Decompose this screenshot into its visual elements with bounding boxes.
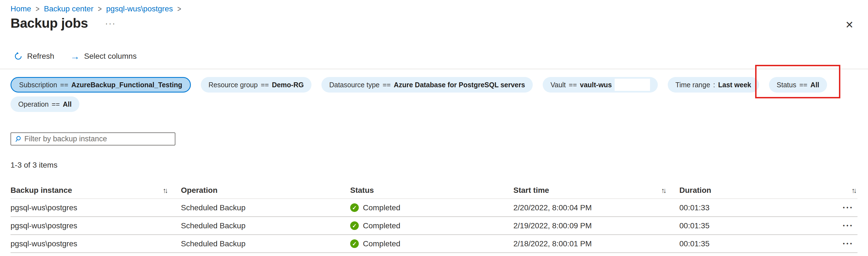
filter-pill-operation[interactable]: Operation == All [10,96,80,112]
status-label: Completed [363,239,400,248]
filter-pill-resource-group[interactable]: Resource group == Demo-RG [201,77,311,92]
pill-label: Status [777,81,796,89]
table-row[interactable]: pgsql-wus\postgres Scheduled Backup ✓ Co… [10,235,858,253]
refresh-label: Refresh [27,52,54,61]
sort-icon[interactable]: ↑↓ [661,186,665,195]
cell-operation: Scheduled Backup [181,239,350,248]
cell-status: ✓ Completed [350,239,514,248]
pill-label: Datasource type [329,81,379,89]
pill-label: Vault [551,81,566,89]
search-icon [14,136,22,143]
status-pill-wrapper: Status == All [769,77,827,92]
breadcrumb: Home > Backup center > pgsql-wus\postgre… [10,4,186,13]
page-title: Backup jobs [10,16,88,31]
pill-operator: == [569,81,577,89]
pill-operator: == [52,100,60,108]
completed-icon: ✓ [350,239,359,248]
column-label: Start time [514,186,549,195]
column-label: Duration [679,186,711,195]
cell-backup-instance: pgsql-wus\postgres [10,221,181,230]
cell-backup-instance: pgsql-wus\postgres [10,239,181,248]
pill-value: All [63,100,72,108]
breadcrumb-home[interactable]: Home [10,4,31,13]
filter-row-1: Subscription == AzureBackup_Functional_T… [10,77,860,92]
filter-bar: Subscription == AzureBackup_Functional_T… [10,77,860,112]
column-header-start-time[interactable]: Start time ↑↓ [514,186,679,195]
filter-pill-datasource-type[interactable]: Datasource type == Azure Database for Po… [321,77,533,92]
cell-operation: Scheduled Backup [181,203,350,212]
filter-pill-subscription[interactable]: Subscription == AzureBackup_Functional_T… [10,77,191,92]
completed-icon: ✓ [350,203,359,212]
status-label: Completed [363,221,400,230]
sort-icon[interactable]: ↑↓ [851,186,855,195]
row-menu-icon[interactable]: ••• [843,204,858,211]
select-columns-label: Select columns [84,52,137,61]
items-count: 1-3 of 3 items [10,161,58,170]
cell-status: ✓ Completed [350,221,514,230]
column-label: Backup instance [10,186,72,195]
breadcrumb-instance[interactable]: pgsql-wus\postgres [106,4,173,13]
title-row: Backup jobs ··· [10,16,116,31]
filter-backup-instance-input[interactable] [24,135,172,143]
select-columns-icon: → [70,52,80,61]
cell-duration: 00:01:35 [679,221,834,230]
table-row[interactable]: pgsql-wus\postgres Scheduled Backup ✓ Co… [10,217,858,235]
pill-operator: == [799,81,807,89]
vault-pill-blank-area [615,79,650,91]
table-header: Backup instance ↑↓ Operation Status Star… [10,182,858,199]
column-header-operation: Operation [181,186,350,195]
toolbar-divider [0,69,868,69]
completed-icon: ✓ [350,221,359,230]
breadcrumb-separator-icon: > [98,4,102,14]
column-header-backup-instance[interactable]: Backup instance ↑↓ [10,186,181,195]
row-menu-icon[interactable]: ••• [843,240,858,247]
filter-pill-time-range[interactable]: Time range : Last week [668,77,759,92]
column-label: Status [350,186,374,195]
select-columns-button[interactable]: → Select columns [70,52,137,61]
filter-pill-vault[interactable]: Vault == vault-wus [543,77,658,92]
column-header-duration[interactable]: Duration ↑↓ [679,186,858,195]
filter-pill-status[interactable]: Status == All [769,77,827,92]
refresh-button[interactable]: Refresh [14,52,54,61]
sort-icon[interactable]: ↑↓ [163,186,166,195]
pill-label: Operation [18,100,49,108]
cell-start-time: 2/20/2022, 8:00:04 PM [514,203,679,212]
jobs-table: Backup instance ↑↓ Operation Status Star… [10,182,858,253]
pill-operator: : [713,81,715,89]
backup-jobs-page: Home > Backup center > pgsql-wus\postgre… [0,0,868,256]
filter-row-2: Operation == All [10,96,860,112]
close-icon[interactable]: ✕ [845,20,854,30]
pill-value: vault-wus [580,81,612,89]
breadcrumb-separator-icon: > [36,4,39,14]
cell-duration: 00:01:33 [679,203,834,212]
pill-value: Last week [718,81,751,89]
cell-duration: 00:01:35 [679,239,834,248]
breadcrumb-separator-icon: > [177,4,181,14]
more-options-icon[interactable]: ··· [105,19,116,28]
column-label: Operation [181,186,217,195]
refresh-icon [14,52,23,61]
pill-operator: == [60,81,68,89]
table-row[interactable]: pgsql-wus\postgres Scheduled Backup ✓ Co… [10,199,858,217]
status-label: Completed [363,203,400,212]
search-box [10,133,175,145]
cell-start-time: 2/18/2022, 8:00:01 PM [514,239,679,248]
column-header-status: Status [350,186,514,195]
row-menu-icon[interactable]: ••• [843,223,858,229]
pill-value: Azure Database for PostgreSQL servers [394,81,525,89]
pill-operator: == [382,81,391,89]
pill-value: Demo-RG [272,81,304,89]
cell-operation: Scheduled Backup [181,221,350,230]
cell-start-time: 2/19/2022, 8:00:09 PM [514,221,679,230]
pill-label: Time range [676,81,710,89]
pill-label: Resource group [209,81,258,89]
toolbar: Refresh → Select columns [14,52,137,61]
pill-label: Subscription [19,81,57,89]
pill-value: All [810,81,819,89]
breadcrumb-backup-center[interactable]: Backup center [44,4,93,13]
pill-operator: == [261,81,269,89]
pill-value: AzureBackup_Functional_Testing [71,81,182,89]
cell-backup-instance: pgsql-wus\postgres [10,203,181,212]
cell-status: ✓ Completed [350,203,514,212]
